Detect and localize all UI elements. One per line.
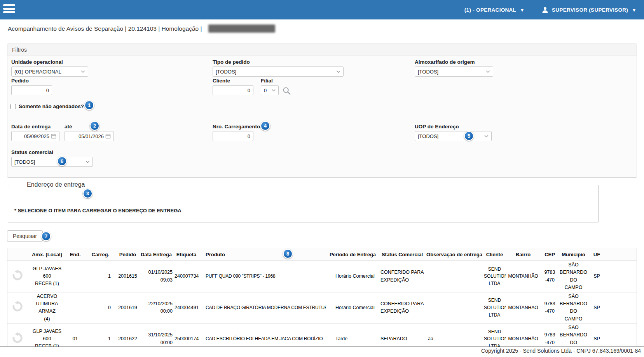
tipo-pedido-value: [TODOS] bbox=[216, 69, 336, 75]
filial-select[interactable]: 0 bbox=[261, 85, 279, 95]
ate-label: até bbox=[65, 124, 72, 130]
calendar-icon[interactable] bbox=[51, 133, 56, 139]
annotation-badge-3: 3 bbox=[83, 189, 92, 198]
cell-data-entrega: 22/10/2025 00:00 bbox=[138, 292, 174, 324]
cell-cep: 9783 -470 bbox=[541, 292, 559, 324]
field-unidade-operacional: Unidade operacional (01) OPERACIONAL bbox=[11, 59, 88, 77]
reload-row-icon[interactable] bbox=[12, 270, 23, 281]
cell-municipio: SÃO BERNARDO DO CAMPO bbox=[559, 292, 588, 324]
col-header-carreg: Carreg. bbox=[84, 248, 117, 261]
uop-endereco-value: [TODOS] bbox=[418, 133, 484, 139]
cell-pedido: 2001619 bbox=[117, 292, 138, 324]
cell-periodo-entrega: Tarde bbox=[326, 324, 379, 347]
chevron-down-icon bbox=[336, 70, 340, 73]
annotation-badge-7: 7 bbox=[41, 231, 51, 241]
reload-row-icon[interactable] bbox=[12, 301, 23, 312]
endereco-entrega-fieldset: Endereço de entrega * SELECIONE O ITEM P… bbox=[8, 181, 599, 222]
cell-produto: CAD DE BRAÇO GIRATÓRIA MODERNA COM ESTRU… bbox=[199, 292, 326, 324]
data-entrega-de-value: 05/09/2025 bbox=[14, 133, 51, 139]
field-nro-carregamento: Nro. Carregamento 0 bbox=[213, 124, 260, 141]
user-name-label: SUPERVISOR (SUPERVISOR) bbox=[552, 7, 628, 13]
cell-municipio: SÃO BERNARDO DO CAMPO bbox=[559, 261, 588, 292]
pedido-input[interactable]: 0 bbox=[11, 85, 52, 95]
cell-carreg: 1 bbox=[84, 324, 117, 347]
field-almoxarifado-origem: Almoxarifado de origem [TODOS] bbox=[415, 59, 493, 77]
cell-produto: PUFF QUAD 090 "STRIPS" - 1968 bbox=[199, 261, 326, 292]
cell-action[interactable] bbox=[7, 261, 28, 292]
cell-data-entrega: 31/10/2025 00:00 bbox=[138, 324, 174, 347]
uop-endereco-label: UOP de Endereço bbox=[415, 124, 492, 130]
col-header-bairro: Bairro bbox=[506, 248, 541, 261]
cell-periodo-entrega: Horário Comercial bbox=[326, 292, 379, 324]
field-somente-nao-agendados: Somente não agendados? bbox=[10, 103, 84, 109]
annotation-badge-8: 8 bbox=[283, 249, 293, 259]
chevron-down-icon: ▾ bbox=[521, 7, 524, 12]
chevron-down-icon bbox=[486, 70, 490, 73]
endereco-entrega-legend: Endereço de entrega bbox=[24, 181, 88, 188]
user-menu-dropdown[interactable]: SUPERVISOR (SUPERVISOR) ▾ bbox=[541, 6, 635, 14]
results-table-container[interactable]: Amx. (Local)End.Carreg.PedidoData Entreg… bbox=[7, 248, 637, 346]
col-header-data-entrega: Data Entrega bbox=[138, 248, 174, 261]
almoxarifado-origem-select[interactable]: [TODOS] bbox=[415, 66, 493, 77]
cell-bairro: MONTANHÃO bbox=[506, 292, 541, 324]
annotation-badge-5: 5 bbox=[464, 131, 474, 141]
title-bar: Acompanhamento de Avisos de Separação | … bbox=[0, 19, 644, 38]
uop-endereco-select[interactable]: [TODOS] bbox=[415, 131, 492, 141]
col-header-cliente: Cliente bbox=[483, 248, 506, 261]
nro-carregamento-input[interactable]: 0 bbox=[213, 131, 253, 141]
page-title-text: Acompanhamento de Avisos de Separação | … bbox=[8, 25, 202, 32]
table-header-row: Amx. (Local)End.Carreg.PedidoData Entreg… bbox=[7, 248, 637, 261]
cell-bairro: MONTANHÃO bbox=[506, 261, 541, 292]
somente-nao-agendados-checkbox[interactable] bbox=[10, 104, 16, 109]
cell-end bbox=[66, 261, 84, 292]
status-comercial-label: Status comercial bbox=[11, 149, 93, 155]
cell-uf: SP bbox=[588, 261, 606, 292]
chevron-down-icon: ▾ bbox=[633, 7, 635, 12]
redacted-text bbox=[208, 24, 275, 33]
field-filial: Filial 0 bbox=[261, 78, 279, 95]
cell-status-comercial: SEPARADO bbox=[379, 324, 425, 347]
status-comercial-select[interactable]: [TODOS] bbox=[11, 157, 93, 167]
col-header-municipio: Município bbox=[559, 248, 588, 261]
chevron-down-icon bbox=[81, 70, 85, 73]
col-header-action bbox=[7, 248, 28, 261]
cell-action[interactable] bbox=[7, 292, 28, 324]
filial-value: 0 bbox=[264, 88, 272, 93]
tipo-pedido-select[interactable]: [TODOS] bbox=[213, 66, 344, 77]
cliente-input[interactable]: 0 bbox=[213, 85, 253, 95]
annotation-badge-4: 4 bbox=[260, 121, 270, 131]
cell-produto: CAD ESCRITÓRIO FOLHEADA EM JACA COM RODÍ… bbox=[199, 324, 326, 347]
table-row[interactable]: GLP JAVAES 600 RECEB (1)1200161501/10/20… bbox=[7, 261, 637, 292]
unidade-operacional-select[interactable]: (01) OPERACIONAL bbox=[11, 66, 88, 77]
table-row[interactable]: GLP JAVAES 600 RECEB (1)011200162231/10/… bbox=[7, 324, 637, 347]
col-header-observacao-entrega: Observação de entrega bbox=[425, 248, 483, 261]
col-header-uf: UF bbox=[588, 248, 606, 261]
cell-cep: 9783 -470 bbox=[541, 261, 559, 292]
pesquisar-button[interactable]: Pesquisar bbox=[7, 230, 43, 242]
calendar-icon[interactable] bbox=[105, 133, 111, 139]
hamburger-menu-icon[interactable] bbox=[3, 4, 15, 15]
data-entrega-de-input[interactable]: 05/09/2025 bbox=[11, 131, 59, 141]
cell-action[interactable] bbox=[7, 324, 28, 347]
reload-row-icon[interactable] bbox=[12, 332, 23, 344]
cell-data-entrega: 01/10/2025 09:03 bbox=[138, 261, 174, 292]
table-row[interactable]: ACERVO UTIMURA ARMAZ (4)0200161922/10/20… bbox=[7, 292, 637, 324]
unidade-operacional-value: (01) OPERACIONAL bbox=[14, 69, 81, 75]
annotation-badge-1: 1 bbox=[84, 100, 94, 110]
operational-unit-dropdown[interactable]: (1) - OPERACIONAL ▾ bbox=[464, 7, 524, 13]
cell-spacer bbox=[606, 324, 637, 347]
data-entrega-ate-value: 05/01/2026 bbox=[68, 133, 105, 139]
cell-etiqueta: 2400077349 bbox=[174, 261, 199, 292]
almoxarifado-origem-value: [TODOS] bbox=[418, 69, 486, 75]
cell-etiqueta: 2500001745 bbox=[174, 324, 199, 347]
cell-bairro: MONTANHÃO bbox=[506, 324, 541, 347]
data-entrega-ate-input[interactable]: 05/01/2026 bbox=[65, 131, 114, 141]
cliente-label: Cliente bbox=[213, 78, 253, 84]
endereco-entrega-note: * SELECIONE O ITEM PARA CARREGAR O ENDER… bbox=[14, 208, 182, 214]
field-uop-endereco: UOP de Endereço [TODOS] bbox=[415, 124, 492, 141]
copyright-text: Copyright 2025 - Send Solutions Ltda - C… bbox=[0, 347, 644, 355]
search-client-icon[interactable] bbox=[282, 86, 291, 97]
cell-end: 01 bbox=[66, 324, 84, 347]
cliente-value: 0 bbox=[248, 88, 250, 93]
cell-cliente: SEND SOLUTIONS LTDA bbox=[483, 261, 506, 292]
